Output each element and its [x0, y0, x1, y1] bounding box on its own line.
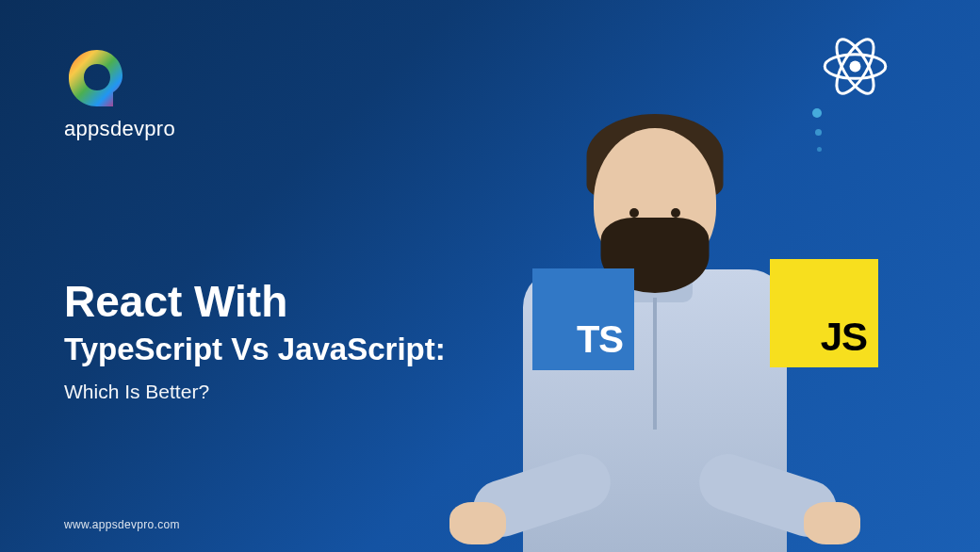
person-hand-left: [449, 502, 506, 544]
appsdevpro-logo-icon: [64, 45, 130, 111]
person-hand-right: [804, 502, 860, 544]
person-eye: [629, 208, 639, 218]
person-eye: [671, 208, 680, 218]
brand-logo-block: appsdevpro: [64, 45, 175, 141]
footer-url: www.appsdevpro.com: [64, 518, 180, 531]
svg-point-3: [850, 61, 861, 73]
headline-block: React With TypeScript Vs JavaScript: Whi…: [64, 278, 446, 403]
headline-subtext: Which Is Better?: [64, 381, 446, 403]
typescript-badge: TS: [532, 268, 634, 370]
brand-name: appsdevpro: [64, 117, 175, 141]
typescript-badge-label: TS: [577, 318, 623, 361]
person-placket: [653, 298, 657, 430]
headline-line-2: TypeScript Vs JavaScript:: [64, 330, 446, 370]
javascript-badge: JS: [770, 259, 878, 367]
javascript-badge-label: JS: [821, 315, 867, 360]
headline-line-1: React With: [64, 278, 446, 326]
